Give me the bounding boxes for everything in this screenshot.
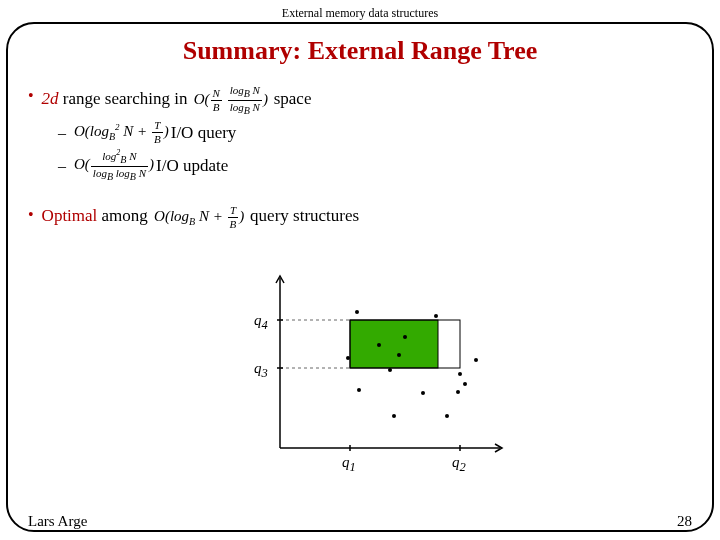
svg-point-12 — [377, 343, 381, 347]
sub-1-tail: I/O query — [171, 121, 237, 145]
content-area: • 2d range searching in O(NB logB NlogB … — [28, 85, 688, 232]
b1-fpre: O( — [194, 91, 210, 107]
sub-2: – O(log2B NlogB logB N) I/O update — [58, 149, 688, 182]
course-header: External memory data structures — [0, 6, 720, 21]
svg-point-15 — [346, 356, 350, 360]
s2-pre: O( — [74, 156, 90, 172]
svg-point-21 — [463, 382, 467, 386]
bullet-dot-icon: • — [28, 85, 34, 107]
sub-1-formula: O(logB2 N + TB) — [72, 120, 171, 145]
bullet-1-text: 2d range searching in O(NB logB NlogB N)… — [42, 85, 312, 116]
bullet-2-formula: O(logB N + TB) — [152, 208, 250, 224]
bullet-1-formula: O(NB logB NlogB N) — [192, 91, 274, 107]
svg-point-20 — [458, 372, 462, 376]
svg-point-19 — [421, 391, 425, 395]
footer-page: 28 — [677, 513, 692, 530]
bullet-1-term: 2d — [42, 89, 59, 108]
sub-2-formula: O(log2B NlogB logB N) — [72, 149, 156, 182]
bullet-1: • 2d range searching in O(NB logB NlogB … — [28, 85, 688, 116]
b1-fclose: ) — [263, 91, 268, 107]
svg-point-13 — [403, 335, 407, 339]
bullet-1-after: range searching in — [59, 89, 192, 108]
range-diagram: q4 q3 q1 q2 — [220, 268, 520, 478]
footer-author: Lars Arge — [28, 513, 87, 530]
svg-point-10 — [355, 310, 359, 314]
s1-close: ) — [164, 123, 169, 139]
label-q4: q4 — [254, 312, 268, 333]
bullet-2-text: Optimal among O(logB N + TB) query struc… — [42, 204, 360, 230]
sub-1: – O(logB2 N + TB) I/O query — [58, 120, 688, 145]
dash-icon: – — [58, 155, 66, 177]
label-q1: q1 — [342, 454, 356, 475]
s1-pre: O(log — [74, 123, 109, 139]
svg-point-17 — [388, 368, 392, 372]
svg-point-22 — [456, 390, 460, 394]
bullet-2: • Optimal among O(logB N + TB) query str… — [28, 204, 688, 230]
label-q2: q2 — [452, 454, 466, 475]
svg-rect-8 — [350, 320, 438, 368]
bullet-2-mid: among — [97, 206, 152, 225]
slide-title: Summary: External Range Tree — [0, 36, 720, 66]
s1-mid: N + — [120, 123, 151, 139]
svg-point-11 — [434, 314, 438, 318]
svg-point-23 — [392, 414, 396, 418]
s1-subb: B — [109, 131, 115, 142]
bullet-2-tail: query structures — [250, 206, 359, 225]
dash-icon: – — [58, 122, 66, 144]
s2-close: ) — [149, 156, 154, 172]
svg-point-18 — [357, 388, 361, 392]
bullet-2-term: Optimal — [42, 206, 98, 225]
label-q3: q3 — [254, 360, 268, 381]
bullet-dot-icon: • — [28, 204, 34, 226]
svg-point-16 — [474, 358, 478, 362]
svg-point-24 — [445, 414, 449, 418]
svg-point-14 — [397, 353, 401, 357]
bullet-1-tail: space — [274, 89, 312, 108]
sub-2-tail: I/O update — [156, 154, 228, 178]
